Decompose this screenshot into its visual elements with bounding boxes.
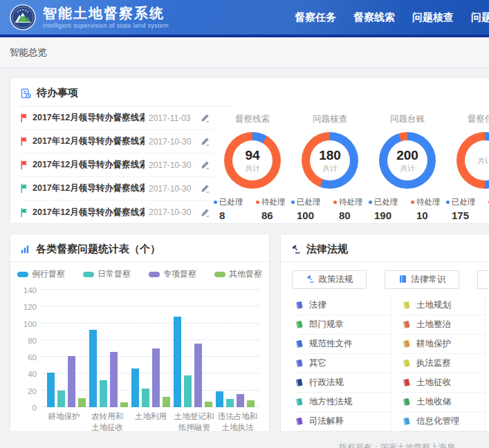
nav-item[interactable]: 督察任务 — [295, 11, 336, 24]
law-list-item[interactable]: 土地规划 — [402, 296, 485, 315]
donut-legend-col: 已处理175 — [446, 197, 481, 221]
flag-icon — [20, 113, 28, 122]
bar — [89, 330, 97, 407]
law-column — [485, 296, 489, 431]
donut-ring: 共计 — [456, 132, 489, 189]
todo-list-item[interactable]: 2017年12月领导转办督察线索2017-10-30 — [20, 130, 214, 153]
main-nav: 督察任务督察线索问题核查问题台账 — [295, 0, 489, 35]
bar-legend-text: 日常督察 — [98, 268, 131, 280]
law-category-button[interactable]: 政策法规 — [292, 270, 367, 289]
legend-dot-icon — [256, 200, 259, 204]
law-columns: 法律部门规章规范性文件其它行政法规地方性法规司法解释土地规划土地整治耕地保护执法… — [281, 296, 489, 431]
bar — [110, 352, 118, 407]
todo-list-item[interactable]: 2017年12月领导转办督察线索2017-11-03 — [20, 106, 214, 130]
donut-total-label: 共计 — [400, 164, 415, 174]
book-icon — [402, 301, 411, 310]
law-item-label: 行政法规 — [309, 377, 344, 389]
nav-item[interactable]: 问题核查 — [412, 11, 454, 24]
bar-chart-panel: 各类督察问题统计表（个） 例行督察日常督察专项督察其他督察 0204060801… — [10, 234, 270, 432]
edit-pencil-icon[interactable] — [196, 113, 214, 122]
law-item-label: 土地整治 — [416, 319, 451, 330]
donut-center: 94共计 — [232, 140, 273, 180]
app-header: 智能土地督察系统 intelligent supervision of stat… — [0, 0, 489, 35]
law-panel: 法律法规 政策法规法律常识 法律部门规章规范性文件其它行政法规地方性法规司法解释… — [280, 234, 489, 432]
law-list-item[interactable]: 土地整治 — [402, 315, 485, 335]
bar-legend-item[interactable]: 日常督察 — [83, 268, 131, 280]
donut-legend-label: 待处理 — [333, 197, 369, 207]
donut-total-value: 180 — [319, 148, 341, 163]
legend-dot-icon — [291, 200, 295, 204]
donut-legend-text: 待处理 — [416, 197, 441, 207]
law-list-item[interactable]: 部门规章 — [295, 315, 391, 335]
todo-item-text: 2017年12月领导转办督察线索 — [33, 159, 145, 171]
law-item-label: 部门规章 — [309, 319, 344, 330]
edit-pencil-icon[interactable] — [196, 184, 214, 193]
law-list-item[interactable]: 其它 — [295, 354, 391, 373]
flag-icon — [20, 160, 28, 169]
law-category-button[interactable]: 法律常识 — [385, 270, 459, 289]
donut-legend-value: 190 — [369, 209, 404, 221]
law-list-item[interactable]: 土地征收 — [402, 373, 485, 393]
donut-total-value: 94 — [245, 148, 259, 163]
law-button-label: 政策法规 — [319, 274, 353, 286]
todo-item-date: 2017-10-30 — [149, 207, 192, 217]
todo-list-item[interactable]: 2017年12月领导转办督察线索2017-10-30 — [20, 177, 214, 200]
nav-item[interactable]: 问题台账 — [471, 11, 489, 24]
edit-pencil-icon[interactable] — [196, 160, 214, 169]
donut-total-value: 200 — [396, 148, 418, 163]
law-list-item[interactable]: 司法解释 — [295, 412, 391, 431]
bar — [47, 373, 55, 407]
law-item-label: 耕地保护 — [416, 338, 451, 350]
todo-list-item[interactable]: 2017年12月领导转办督察线索2017-10-30 — [20, 153, 214, 177]
book-icon — [295, 398, 304, 407]
bar — [174, 317, 181, 407]
law-list-item[interactable]: 耕地保护 — [402, 335, 485, 354]
donut-chart: 督察任务共计已处理175待处理 — [446, 113, 489, 224]
todo-item-date: 2017-10-30 — [149, 184, 192, 194]
bar-legend-item[interactable]: 例行督察 — [17, 268, 65, 280]
donut-title: 督察任务 — [446, 113, 489, 125]
law-list-item[interactable]: 信息化管理 — [402, 412, 485, 431]
law-item-label: 执法监察 — [416, 357, 451, 369]
donut-legend-col: 已处理8 — [214, 197, 249, 221]
todo-item-text: 2017年12月领导转办督察线索 — [33, 207, 145, 218]
law-panel-header: 法律法规 — [281, 234, 489, 261]
todo-list-item[interactable]: 2017年12月领导转办督察线索2017-10-30 — [20, 200, 214, 224]
y-axis-label: 60 — [16, 353, 37, 362]
x-axis-label: 违法占地和 土地执法 — [216, 411, 259, 432]
y-axis-label: 20 — [16, 387, 37, 395]
book-icon — [402, 320, 411, 329]
donut-legend-col: 待处理86 — [256, 197, 291, 221]
todo-item-text: 2017年12月领导转办督察线索 — [33, 183, 145, 194]
todo-item-date: 2017-11-03 — [149, 113, 192, 123]
nav-item[interactable]: 督察线索 — [353, 11, 395, 24]
todo-body: 2017年12月领导转办督察线索2017-11-032017年12月领导转办督察… — [10, 105, 489, 224]
main-content: 待办事项 2017年12月领导转办督察线索2017-11-032017年12月领… — [0, 68, 489, 448]
donut-legend: 已处理100待处理80 — [291, 197, 369, 221]
x-axis-label: 土地登记和 抵押融资 — [172, 411, 216, 432]
law-item-label: 土地规划 — [416, 299, 451, 311]
law-list-item[interactable]: 法律 — [295, 296, 391, 315]
bar — [237, 394, 244, 407]
legend-swatch-icon — [149, 272, 160, 277]
law-list-item[interactable]: 规范性文件 — [295, 335, 391, 354]
edit-pencil-icon[interactable] — [196, 208, 214, 217]
law-category-button[interactable] — [477, 270, 489, 289]
law-list-item[interactable]: 行政法规 — [295, 373, 391, 393]
law-list-item[interactable]: 土地收储 — [402, 393, 485, 412]
law-item-label: 信息化管理 — [416, 416, 460, 427]
law-list-item[interactable]: 执法监察 — [402, 354, 485, 373]
law-column: 土地规划土地整治耕地保护执法监察土地征收土地收储信息化管理 — [391, 296, 485, 431]
law-list-item[interactable]: 地方性法规 — [295, 393, 391, 412]
bar — [131, 368, 139, 407]
donut-row: 督察线索94共计已处理8待处理86问题核查180共计已处理100待处理80问题台… — [214, 105, 489, 224]
donut-total-label: 共计 — [323, 164, 338, 174]
bar — [78, 398, 86, 407]
edit-pencil-icon[interactable] — [196, 137, 214, 146]
bar-group — [89, 330, 128, 407]
donut-chart: 问题台账200共计已处理190待处理10 — [369, 113, 446, 224]
flag-icon — [20, 184, 28, 193]
bar-legend-item[interactable]: 其他督察 — [214, 268, 262, 280]
donut-legend: 已处理8待处理86 — [214, 197, 291, 221]
bar-legend-item[interactable]: 专项督察 — [149, 268, 196, 280]
